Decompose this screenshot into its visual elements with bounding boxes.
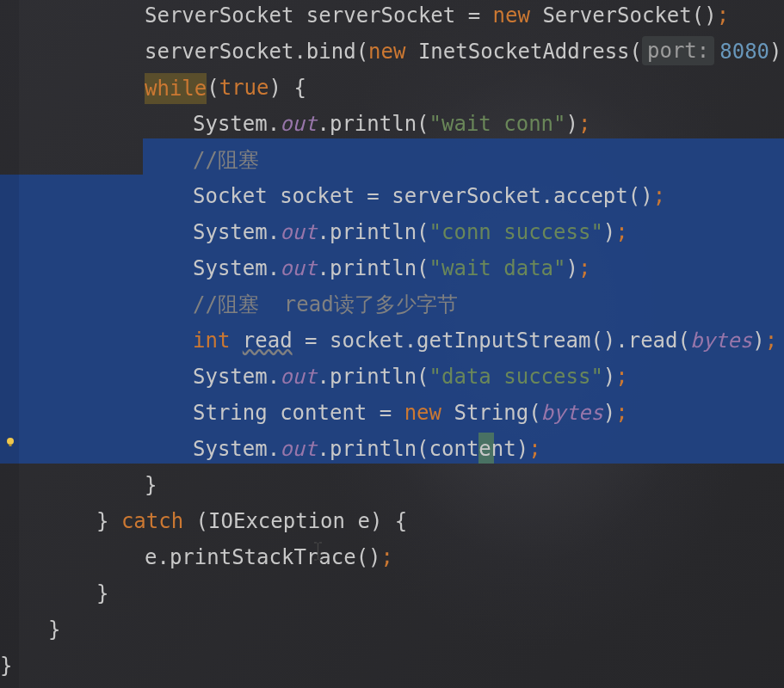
code-token: new xyxy=(493,3,543,28)
code-token: e.printStackTrace() xyxy=(145,545,381,569)
svg-point-0 xyxy=(7,438,14,445)
code-token: bytes xyxy=(690,329,752,353)
code-token: out xyxy=(280,365,317,389)
code-token: out xyxy=(280,256,317,280)
code-line[interactable]: while(true) { xyxy=(0,70,784,106)
code-token: ) xyxy=(566,256,578,280)
code-token: ) xyxy=(752,329,764,353)
code-token: ; xyxy=(578,256,590,280)
code-token: ; xyxy=(381,545,393,569)
code-token: ServerSocket() xyxy=(542,3,716,28)
code-token: bytes xyxy=(541,401,603,425)
code-token: System. xyxy=(193,256,280,280)
code-token: ServerSocket serverSocket = xyxy=(145,3,493,28)
code-token: while xyxy=(145,73,207,104)
code-token: "conn success" xyxy=(429,220,603,244)
code-token: //阻塞 xyxy=(193,148,259,172)
code-token: )) xyxy=(769,40,784,64)
code-line[interactable]: System.out.println(content); xyxy=(0,431,784,467)
code-token: System. xyxy=(193,365,280,389)
code-editor[interactable]: ServerSocket serverSocket = new ServerSo… xyxy=(0,0,784,688)
intention-bulb-icon[interactable] xyxy=(5,437,15,447)
code-token: ; xyxy=(653,184,665,208)
code-token: port: xyxy=(642,36,714,65)
code-token: out xyxy=(280,112,317,136)
code-token: int xyxy=(193,329,243,353)
code-token: new xyxy=(368,40,418,64)
code-token: } xyxy=(96,509,121,533)
code-token: true xyxy=(219,76,269,100)
code-token: } xyxy=(145,473,157,497)
code-line[interactable]: ServerSocket serverSocket = new ServerSo… xyxy=(0,0,784,34)
code-token: "wait data" xyxy=(429,256,566,280)
code-token: String( xyxy=(454,401,540,425)
code-token: .println( xyxy=(318,365,429,389)
code-token: ; xyxy=(615,401,627,425)
code-token: ; xyxy=(615,365,627,389)
code-token: ) { xyxy=(269,76,306,100)
code-token: catch xyxy=(121,509,196,533)
code-token: ) xyxy=(603,365,615,389)
code-token: System. xyxy=(193,220,280,244)
svg-rect-1 xyxy=(9,445,12,447)
code-line[interactable]: } catch (IOException e) { xyxy=(0,503,784,539)
code-token: InetSocketAddress( xyxy=(418,40,642,64)
code-line[interactable]: } xyxy=(0,648,784,684)
code-token: "data success" xyxy=(429,365,603,389)
code-line[interactable]: //阻塞 xyxy=(0,142,784,178)
code-line[interactable]: } xyxy=(0,575,784,611)
code-line[interactable]: int read = socket.getInputStream().read(… xyxy=(0,322,784,359)
code-token: ; xyxy=(717,3,729,28)
code-token: } xyxy=(48,617,60,642)
code-line[interactable]: System.out.println("data success"); xyxy=(0,359,784,395)
code-token: Socket socket = serverSocket.accept() xyxy=(193,184,653,208)
code-token: ; xyxy=(578,112,590,136)
code-token: out xyxy=(280,437,317,461)
code-line[interactable]: System.out.println("wait data"); xyxy=(0,250,784,286)
code-token: .println(content) xyxy=(318,437,529,461)
code-line[interactable]: System.out.println("conn success"); xyxy=(0,214,784,250)
code-line[interactable]: e.printStackTrace(); xyxy=(0,539,784,575)
code-token: .println( xyxy=(318,220,429,244)
code-token: System. xyxy=(193,437,280,461)
code-token: ; xyxy=(615,220,627,244)
code-token: 8080 xyxy=(719,40,769,64)
code-token: ) xyxy=(603,401,615,425)
code-token: } xyxy=(0,654,12,678)
code-token: ) xyxy=(603,220,615,244)
code-token: (IOException e) { xyxy=(196,509,408,533)
code-token: ; xyxy=(528,437,540,461)
code-line[interactable]: System.out.println("wait conn"); xyxy=(0,106,784,142)
code-token: } xyxy=(96,581,108,605)
code-token: ( xyxy=(207,76,219,100)
code-line[interactable]: //阻塞 read读了多少字节 xyxy=(0,286,784,322)
code-token: new xyxy=(404,401,454,425)
code-token: //阻塞 read读了多少字节 xyxy=(193,292,458,316)
code-line[interactable]: } xyxy=(0,467,784,503)
code-line[interactable]: } xyxy=(0,611,784,648)
code-token: ) xyxy=(566,112,578,136)
code-token: "wait conn" xyxy=(429,112,566,136)
code-token: = socket.getInputStream().read( xyxy=(293,329,690,353)
code-token: System. xyxy=(193,112,280,136)
code-token: .println( xyxy=(318,112,429,136)
code-token: ; xyxy=(765,329,777,353)
code-token: out xyxy=(280,220,317,244)
code-line[interactable]: String content = new String(bytes); xyxy=(0,395,784,431)
code-line[interactable]: Socket socket = serverSocket.accept(); xyxy=(0,178,784,214)
code-token: serverSocket.bind( xyxy=(145,40,368,64)
code-token: read xyxy=(243,329,293,353)
code-line[interactable]: serverSocket.bind(new InetSocketAddress(… xyxy=(0,34,784,70)
code-token: String content = xyxy=(193,401,404,425)
code-token: .println( xyxy=(318,256,429,280)
